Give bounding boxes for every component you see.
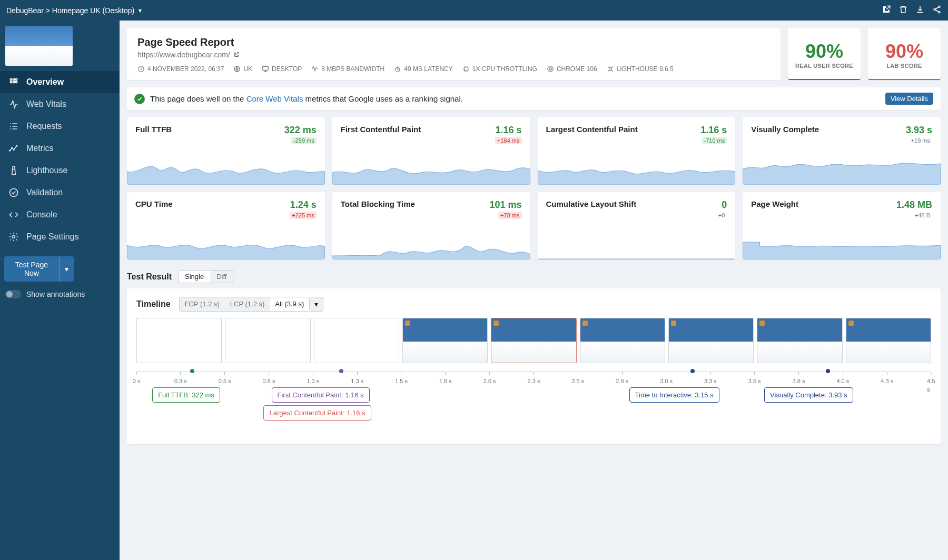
breadcrumb[interactable]: DebugBear > Homepage UK (Desktop) ▾ bbox=[6, 6, 142, 15]
sidebar-item-web-vitals[interactable]: Web Vitals bbox=[0, 93, 120, 115]
trash-icon[interactable] bbox=[898, 5, 908, 16]
sidebar-item-overview[interactable]: Overview bbox=[0, 71, 120, 93]
show-annotations-toggle[interactable]: Show annotations bbox=[0, 287, 120, 302]
filmstrip-frame[interactable] bbox=[136, 318, 222, 363]
topbar: DebugBear > Homepage UK (Desktop) ▾ bbox=[0, 0, 948, 21]
switch-icon bbox=[5, 290, 21, 298]
chevron-down-icon[interactable]: ▾ bbox=[59, 256, 74, 282]
page-thumbnail[interactable] bbox=[5, 26, 114, 66]
open-external-icon bbox=[233, 52, 240, 58]
sidebar-item-requests[interactable]: Requests bbox=[0, 115, 120, 137]
sparkline bbox=[743, 231, 941, 259]
tick-label: 0.8 s bbox=[263, 378, 275, 384]
axis-tick: 3.5 s bbox=[748, 372, 761, 385]
download-icon[interactable] bbox=[915, 5, 925, 16]
marker-ttfb bbox=[190, 369, 194, 373]
axis-tick: 1.0 s bbox=[307, 372, 319, 385]
filmstrip-frame[interactable] bbox=[668, 318, 754, 363]
chevron-down-icon: ▾ bbox=[139, 7, 142, 14]
lab-score-card[interactable]: 90% LAB SCORE bbox=[868, 28, 941, 80]
filmstrip-frame[interactable] bbox=[314, 318, 399, 363]
view-details-button[interactable]: View Details bbox=[885, 93, 933, 105]
timeline-dropdown[interactable]: ▾ bbox=[310, 297, 323, 312]
tick-label: 1.3 s bbox=[351, 378, 363, 384]
metric-delta: +225 ms bbox=[290, 212, 317, 219]
tick-label: 2.0 s bbox=[483, 378, 496, 384]
timeline-tab-fcp[interactable]: FCP (1.2 s) bbox=[180, 297, 225, 311]
svg-point-9 bbox=[9, 150, 11, 151]
svg-point-13 bbox=[10, 189, 18, 197]
svg-point-2 bbox=[939, 12, 940, 13]
metric-name: Visually Complete bbox=[751, 125, 819, 134]
page-title: Page Speed Report bbox=[137, 36, 770, 48]
filmstrip-frame[interactable] bbox=[402, 318, 488, 363]
metric-delta: +48 B bbox=[913, 212, 932, 219]
filmstrip-frame[interactable] bbox=[757, 318, 842, 363]
metric-card[interactable]: First Contentful Paint 1.16 s +164 ms bbox=[332, 117, 530, 185]
tick-label: 2.3 s bbox=[528, 378, 540, 384]
timeline-tabs: FCP (1.2 s) LCP (1.2 s) All (3.9 s) bbox=[179, 297, 310, 312]
filmstrip-frame[interactable] bbox=[580, 318, 665, 363]
sidebar-item-metrics[interactable]: Metrics bbox=[0, 137, 120, 159]
sidebar-item-page-settings[interactable]: Page Settings bbox=[0, 226, 120, 248]
core-web-vitals-link[interactable]: Core Web Vitals bbox=[246, 94, 303, 103]
timeline-tab-all[interactable]: All (3.9 s) bbox=[270, 297, 309, 311]
sparkline bbox=[332, 231, 530, 259]
report-url[interactable]: https://www.debugbear.com/ bbox=[137, 51, 770, 59]
callout-fcp: First Contentful Paint: 1.16 s bbox=[272, 387, 370, 403]
nav-label: Metrics bbox=[26, 144, 54, 153]
axis-tick: 2.3 s bbox=[528, 372, 540, 385]
tick-label: 2.5 s bbox=[571, 378, 584, 384]
cpu-icon bbox=[462, 65, 470, 73]
metric-card[interactable]: CPU Time 1.24 s +225 ms bbox=[127, 192, 325, 259]
axis-tick: 3.8 s bbox=[793, 372, 805, 385]
nav-label: Page Settings bbox=[26, 232, 79, 242]
filmstrip-frame[interactable] bbox=[225, 318, 310, 363]
tab-single[interactable]: Single bbox=[179, 271, 210, 283]
filmstrip-frame-lcp[interactable] bbox=[491, 318, 576, 363]
filmstrip bbox=[136, 318, 931, 363]
open-external-icon[interactable] bbox=[882, 5, 891, 16]
tick-label: 2.8 s bbox=[616, 378, 628, 384]
nav-label: Overview bbox=[26, 77, 64, 87]
metric-card[interactable]: Full TTFB 322 ms -259 ms bbox=[127, 117, 325, 185]
filmstrip-frame[interactable] bbox=[846, 318, 931, 363]
sidebar-item-console[interactable]: Console bbox=[0, 204, 120, 226]
svg-rect-22 bbox=[609, 68, 611, 71]
metric-delta: +164 ms bbox=[495, 137, 522, 144]
metric-card[interactable]: Page Weight 1.48 MB +48 B bbox=[743, 192, 941, 259]
tick-label: 4.0 s bbox=[836, 378, 849, 384]
metric-delta: +78 ms bbox=[498, 212, 521, 219]
globe-icon bbox=[233, 65, 241, 73]
real-user-score-card[interactable]: 90% REAL USER SCORE bbox=[788, 28, 861, 80]
sparkline bbox=[538, 156, 736, 185]
axis-tick: 0.8 s bbox=[263, 372, 275, 385]
timeline-title: Timeline bbox=[136, 299, 171, 309]
score-value: 90% bbox=[805, 41, 843, 63]
sidebar-item-lighthouse[interactable]: Lighthouse bbox=[0, 159, 120, 182]
metric-card[interactable]: Largest Contentful Paint 1.16 s -710 ms bbox=[538, 117, 736, 185]
metric-card[interactable]: Total Blocking Time 101 ms +78 ms bbox=[332, 192, 530, 259]
test-page-now-button[interactable]: Test Page Now ▾ bbox=[4, 256, 74, 282]
score-value: 90% bbox=[885, 41, 923, 63]
metric-delta: -259 ms bbox=[291, 137, 317, 144]
timeline-tab-lcp[interactable]: LCP (1.2 s) bbox=[225, 297, 270, 311]
axis-tick: 1.5 s bbox=[395, 372, 408, 385]
toggle-label: Show annotations bbox=[26, 290, 85, 298]
metric-card[interactable]: Visually Complete 3.93 s +19 ms bbox=[743, 117, 941, 185]
tick-label: 4.3 s bbox=[881, 378, 893, 384]
metric-card[interactable]: Cumulative Layout Shift 0 +0 bbox=[538, 192, 736, 259]
metric-value: 101 ms bbox=[489, 199, 521, 211]
test-result-header: Test Result Single Diff bbox=[127, 270, 941, 283]
tick-label: 0.5 s bbox=[219, 378, 231, 384]
svg-point-0 bbox=[939, 6, 940, 7]
sidebar-item-validation[interactable]: Validation bbox=[0, 182, 120, 204]
svg-point-21 bbox=[549, 68, 552, 71]
svg-point-6 bbox=[10, 81, 12, 83]
axis-tick: 2.5 s bbox=[571, 372, 584, 385]
tab-diff[interactable]: Diff bbox=[210, 271, 233, 283]
marker-tti bbox=[690, 369, 695, 373]
svg-point-12 bbox=[16, 145, 17, 146]
axis-tick: 2.8 s bbox=[616, 372, 628, 385]
share-icon[interactable] bbox=[932, 5, 942, 16]
